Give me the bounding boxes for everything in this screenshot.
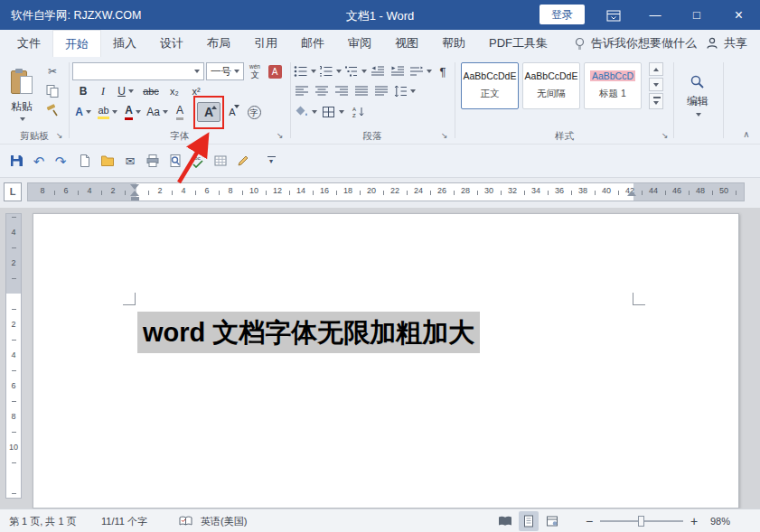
minimize-button[interactable]: — bbox=[634, 0, 676, 30]
ribbon-display-options-icon[interactable] bbox=[604, 8, 624, 23]
tab-mailings[interactable]: 邮件 bbox=[289, 30, 336, 57]
font-dialog-launcher[interactable]: ↘ bbox=[277, 131, 284, 140]
shrink-font-button[interactable]: A bbox=[222, 102, 242, 122]
edit-menu-button[interactable]: 编辑 bbox=[677, 62, 718, 127]
character-border-button[interactable]: A bbox=[266, 62, 284, 80]
hanging-indent-marker[interactable] bbox=[130, 191, 139, 196]
change-case-button[interactable]: Aa bbox=[146, 102, 168, 122]
email-button[interactable]: ✉ bbox=[121, 152, 139, 170]
asian-layout-button[interactable] bbox=[408, 62, 432, 80]
styles-scroll-down-button[interactable] bbox=[649, 78, 663, 91]
document-selected-text[interactable]: word 文档字体无限加粗加大 bbox=[137, 312, 480, 353]
subscript-button[interactable]: x₂ bbox=[164, 82, 184, 100]
cut-button[interactable]: ✂ bbox=[43, 62, 61, 80]
borders-button[interactable] bbox=[320, 102, 345, 122]
tab-file[interactable]: 文件 bbox=[5, 30, 52, 57]
styles-gallery-more-button[interactable] bbox=[649, 93, 663, 109]
strikethrough-button[interactable]: abc bbox=[139, 82, 163, 100]
print-layout-button[interactable] bbox=[519, 511, 539, 531]
tab-pdf-tools[interactable]: PDF工具集 bbox=[477, 30, 559, 57]
shading-button[interactable] bbox=[293, 102, 318, 122]
language-indicator[interactable]: 英语(美国) bbox=[201, 509, 247, 532]
proofing-status-button[interactable] bbox=[175, 511, 195, 531]
bold-button[interactable]: B bbox=[74, 82, 92, 100]
tab-layout[interactable]: 布局 bbox=[195, 30, 242, 57]
format-painter-button[interactable] bbox=[43, 102, 61, 120]
undo-button[interactable]: ↶ bbox=[30, 152, 48, 170]
tab-design[interactable]: 设计 bbox=[148, 30, 195, 57]
grow-font-button[interactable]: A bbox=[197, 102, 220, 122]
maximize-button[interactable]: □ bbox=[676, 0, 718, 30]
quick-print-button[interactable] bbox=[144, 152, 162, 170]
paragraph-dialog-launcher[interactable]: ↘ bbox=[441, 131, 448, 140]
zoom-slider[interactable] bbox=[600, 520, 683, 522]
right-indent-marker[interactable] bbox=[627, 191, 636, 196]
increase-indent-button[interactable] bbox=[389, 62, 407, 80]
spelling-grammar-button[interactable]: abc bbox=[189, 152, 207, 170]
print-preview-button[interactable] bbox=[166, 152, 184, 170]
login-button[interactable]: 登录 bbox=[540, 5, 585, 24]
word-count[interactable]: 11/11 个字 bbox=[101, 509, 147, 532]
web-layout-button[interactable] bbox=[542, 511, 562, 531]
clipboard-dialog-launcher[interactable]: ↘ bbox=[56, 131, 63, 140]
sort-button[interactable]: AZ bbox=[349, 102, 369, 122]
copy-button[interactable] bbox=[43, 82, 61, 100]
font-name-combo[interactable] bbox=[72, 62, 204, 80]
insert-table-button[interactable] bbox=[211, 152, 230, 170]
tab-insert[interactable]: 插入 bbox=[101, 30, 148, 57]
redo-button[interactable]: ↷ bbox=[52, 152, 70, 170]
paste-button[interactable]: 粘贴 bbox=[4, 62, 40, 127]
customize-qat-button[interactable]: ▾ bbox=[262, 152, 280, 170]
phonetic-guide-button[interactable]: wén文 bbox=[246, 62, 264, 80]
zoom-percentage[interactable]: 98% bbox=[710, 509, 730, 532]
multilevel-list-button[interactable] bbox=[343, 62, 367, 80]
text-effects-button[interactable]: A bbox=[72, 102, 94, 122]
font-color-button[interactable]: A bbox=[121, 102, 145, 122]
tab-review[interactable]: 审阅 bbox=[336, 30, 383, 57]
line-spacing-button[interactable] bbox=[392, 82, 416, 100]
draw-button[interactable] bbox=[234, 152, 252, 170]
style-card-no-spacing[interactable]: AaBbCcDdE 无间隔 bbox=[522, 62, 580, 109]
page-indicator[interactable]: 第 1 页, 共 1 页 bbox=[9, 509, 77, 532]
show-hide-pilcrow-button[interactable]: ¶ bbox=[434, 62, 452, 80]
align-center-button[interactable] bbox=[313, 82, 331, 100]
close-button[interactable]: × bbox=[718, 0, 760, 30]
tell-me-box[interactable]: 告诉我你想要做什么 bbox=[574, 30, 697, 57]
superscript-button[interactable]: x² bbox=[186, 82, 206, 100]
tab-help[interactable]: 帮助 bbox=[430, 30, 477, 57]
document-page[interactable] bbox=[33, 213, 739, 509]
tab-stop-selector[interactable]: L bbox=[4, 182, 22, 201]
character-shading-button[interactable]: A bbox=[170, 102, 190, 122]
save-button[interactable] bbox=[7, 152, 25, 170]
font-size-combo[interactable]: 一号 bbox=[206, 62, 244, 80]
style-card-heading1[interactable]: AaBbCcD 标题 1 bbox=[584, 62, 642, 109]
read-mode-button[interactable] bbox=[495, 511, 515, 531]
underline-button[interactable]: U bbox=[114, 82, 137, 100]
styles-scroll-up-button[interactable] bbox=[649, 62, 663, 76]
style-card-normal[interactable]: AaBbCcDdE 正文 bbox=[461, 62, 519, 109]
share-button[interactable]: 共享 bbox=[706, 30, 747, 57]
left-indent-marker[interactable] bbox=[131, 197, 139, 201]
zoom-in-button[interactable]: + bbox=[690, 509, 698, 532]
text-highlight-button[interactable]: ab bbox=[96, 102, 119, 122]
enclose-characters-button[interactable]: 字 bbox=[244, 102, 264, 122]
numbering-button[interactable] bbox=[318, 62, 342, 80]
bullets-button[interactable] bbox=[293, 62, 316, 80]
zoom-slider-thumb[interactable] bbox=[638, 516, 644, 527]
tab-references[interactable]: 引用 bbox=[242, 30, 289, 57]
italic-button[interactable]: I bbox=[94, 82, 112, 100]
chevron-down-icon: ▾ bbox=[269, 158, 273, 165]
first-line-indent-marker[interactable] bbox=[130, 184, 139, 190]
new-document-button[interactable] bbox=[76, 152, 94, 170]
distributed-button[interactable] bbox=[372, 82, 390, 100]
tab-view[interactable]: 视图 bbox=[383, 30, 430, 57]
zoom-out-button[interactable]: − bbox=[586, 509, 593, 532]
align-left-button[interactable] bbox=[293, 82, 311, 100]
styles-dialog-launcher[interactable]: ↘ bbox=[661, 131, 669, 140]
justify-button[interactable] bbox=[352, 82, 371, 100]
collapse-ribbon-button[interactable]: ∧ bbox=[737, 127, 755, 142]
tab-home[interactable]: 开始 bbox=[52, 30, 101, 57]
decrease-indent-button[interactable] bbox=[369, 62, 387, 80]
open-button[interactable] bbox=[99, 152, 117, 170]
align-right-button[interactable] bbox=[333, 82, 351, 100]
